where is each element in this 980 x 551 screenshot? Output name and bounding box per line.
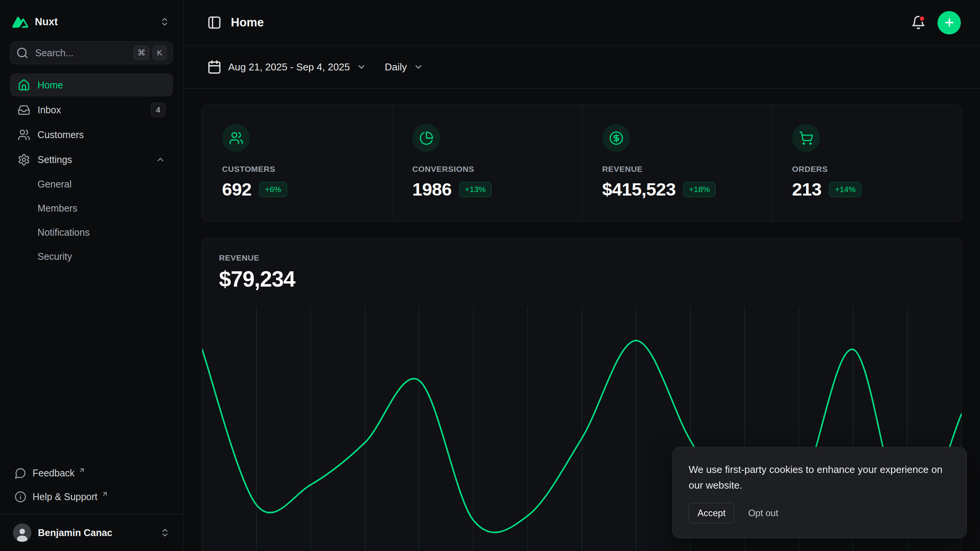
period-select[interactable]: Daily [385,61,423,73]
sidebar-item-settings[interactable]: Settings [10,148,173,171]
stat-delta-badge: +14% [829,182,861,197]
stat-value: 692 [222,179,252,200]
cookie-banner: We use first-party cookies to enhance yo… [672,447,967,538]
filters-toolbar: Aug 21, 2025 - Sep 4, 2025 Daily [183,46,980,89]
avatar [13,523,31,542]
date-range-picker[interactable]: Aug 21, 2025 - Sep 4, 2025 [207,60,366,74]
workspace-selector[interactable]: Nuxt [10,16,60,28]
sidebar-nav: Home Inbox 4 Customers Settings General … [10,73,173,267]
topbar-left: Home [207,15,264,30]
chart-pie-icon [412,124,440,152]
sidebar-item-settings-notifications[interactable]: Notifications [10,221,173,243]
sidebar-item-settings-general[interactable]: General [10,173,173,195]
help-support-link[interactable]: Help & Support [10,486,173,508]
user-name: Benjamin Canac [38,527,113,538]
chevron-up-icon [155,155,165,165]
workspace-name: Nuxt [35,16,58,28]
opt-out-button[interactable]: Opt out [740,503,787,523]
stat-value: 1986 [412,179,452,200]
revenue-chart-header: REVENUE $79,234 [202,239,962,292]
notifications-button[interactable] [910,14,927,31]
stat-orders[interactable]: ORDERS 213 +14% [772,105,962,221]
sidebar-item-customers[interactable]: Customers [10,123,173,146]
cookie-message: We use first-party cookies to enhance yo… [689,462,951,493]
home-icon [18,79,30,91]
workspace-switcher-button[interactable] [156,13,173,30]
info-circle-icon [15,491,26,503]
dollar-circle-icon [602,124,630,152]
chevron-down-icon [413,62,423,72]
inbox-count-badge: 4 [151,103,165,117]
search-icon [16,47,29,59]
inbox-icon [18,104,30,116]
notification-dot [919,15,925,22]
sidebar: Nuxt Search... ⌘ K Home Inbox 4 [0,0,183,551]
dashboard-panel-icon [207,15,222,30]
gear-icon [18,153,30,166]
stat-value: 213 [792,179,822,200]
stat-conversions[interactable]: CONVERSIONS 1986 +13% [392,105,582,221]
chevrons-up-down-icon [160,17,170,27]
stat-value: $415,523 [602,179,676,200]
stat-label: ORDERS [792,165,942,174]
person-icon [15,527,30,542]
add-button[interactable] [938,11,961,34]
accept-cookies-button[interactable]: Accept [689,503,734,523]
stats-card: CUSTOMERS 692 +6% CONVERSIONS 1986 +13% [202,104,962,222]
external-link-icon [101,491,108,497]
search-shortcut: ⌘ K [134,46,167,60]
workspace-row: Nuxt [10,9,173,34]
stat-label: CUSTOMERS [222,165,372,174]
sidebar-item-settings-members[interactable]: Members [10,197,173,219]
cookie-actions: Accept Opt out [689,503,951,523]
revenue-chart-total: $79,234 [219,266,945,292]
sidebar-spacer [10,267,173,462]
message-circle-icon [15,467,26,479]
stat-delta-badge: +13% [459,182,492,197]
period-label: Daily [385,61,407,73]
stat-label: REVENUE [602,165,752,174]
user-menu[interactable]: Benjamin Canac [10,514,173,551]
feedback-link[interactable]: Feedback [10,462,173,484]
date-range-label: Aug 21, 2025 - Sep 4, 2025 [228,61,350,73]
kbd-k: K [152,46,167,60]
topbar: Home [183,0,980,46]
search-input[interactable]: Search... ⌘ K [10,41,173,64]
sidebar-item-home[interactable]: Home [10,73,173,96]
sidebar-item-settings-security[interactable]: Security [10,245,173,267]
stat-delta-badge: +18% [683,182,715,197]
topbar-right [910,11,961,34]
sidebar-item-inbox[interactable]: Inbox 4 [10,98,173,121]
users-icon [18,129,30,141]
stat-revenue[interactable]: REVENUE $415,523 +18% [582,105,772,221]
kbd-cmd: ⌘ [134,46,149,60]
stat-customers[interactable]: CUSTOMERS 692 +6% [202,105,392,221]
sidebar-footer-nav: Feedback Help & Support [10,462,173,508]
plus-icon [943,16,956,29]
chevrons-up-down-icon [160,528,170,538]
stat-label: CONVERSIONS [412,165,562,174]
nuxt-logo-icon [12,16,28,28]
page-title: Home [231,16,264,29]
shopping-cart-icon [792,124,820,152]
revenue-chart-label: REVENUE [219,253,945,262]
chevron-down-icon [356,62,366,72]
stat-delta-badge: +6% [259,182,287,197]
users-stat-icon [222,124,250,152]
calendar-icon [207,60,222,74]
external-link-icon [78,467,85,474]
search-placeholder: Search... [35,47,74,59]
